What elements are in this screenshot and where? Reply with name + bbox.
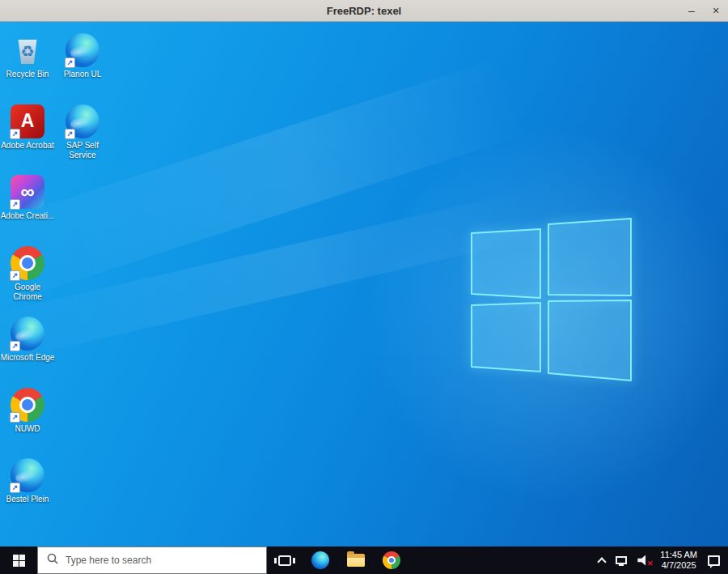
- icon-art: ↗: [11, 104, 44, 138]
- shortcut-arrow-icon: ↗: [10, 270, 20, 281]
- search-icon: [47, 553, 58, 568]
- icon-art: ↗: [11, 175, 44, 209]
- mute-x-icon: ✕: [647, 560, 654, 568]
- desktop-icon-label: Recycle Bin: [0, 70, 55, 79]
- icon-art: [11, 33, 44, 67]
- desktop-icon-label: Adobe Creati...: [0, 211, 55, 221]
- desktop-icon-planon-ul[interactable]: ↗ Planon UL: [55, 33, 110, 79]
- title-bar[interactable]: FreeRDP: texel – ×: [0, 0, 728, 22]
- taskbar-search[interactable]: [37, 546, 267, 574]
- taskbar-chrome-button[interactable]: [374, 546, 409, 574]
- freerdp-window: FreeRDP: texel – × Recycle Bin ↗ Planon …: [0, 0, 728, 574]
- desktop-icon-layer: Recycle Bin ↗ Planon UL ↗ Adobe Acrobat …: [0, 22, 728, 546]
- shortcut-arrow-icon: ↗: [10, 483, 20, 493]
- desktop-icon-microsoft-edge[interactable]: ↗ Microsoft Edge: [0, 317, 55, 363]
- volume-muted-icon[interactable]: ✕: [637, 555, 650, 566]
- task-view-button[interactable]: [267, 546, 303, 574]
- shortcut-arrow-icon: ↗: [10, 199, 20, 210]
- icon-art: ↗: [66, 33, 99, 67]
- taskbar: ✕ 11:45 AM 4/7/2025: [0, 546, 728, 574]
- edge-icon: [311, 551, 329, 569]
- icon-art: ↗: [11, 458, 44, 492]
- desktop-icon-adobe-acrobat[interactable]: ↗ Adobe Acrobat: [0, 104, 55, 151]
- taskbar-edge-button[interactable]: [303, 546, 338, 574]
- minimize-button[interactable]: –: [679, 0, 704, 21]
- icon-art: ↗: [11, 246, 44, 280]
- icon-art: ↗: [11, 317, 44, 351]
- icon-art: ↗: [11, 388, 44, 422]
- desktop-icon-google-chrome[interactable]: ↗ Google Chrome: [0, 246, 55, 302]
- tray-show-hidden-icons-chevron[interactable]: [598, 557, 607, 566]
- desktop-icon-bestel-plein[interactable]: ↗ Bestel Plein: [0, 458, 55, 504]
- network-icon[interactable]: [616, 556, 627, 564]
- start-button[interactable]: [0, 546, 37, 574]
- desktop[interactable]: Recycle Bin ↗ Planon UL ↗ Adobe Acrobat …: [0, 22, 728, 546]
- system-tray: ✕ 11:45 AM 4/7/2025: [599, 546, 728, 574]
- close-button[interactable]: ×: [704, 0, 728, 21]
- desktop-icon-label: Adobe Acrobat: [0, 141, 55, 151]
- icon-art: ↗: [66, 104, 99, 138]
- desktop-icon-nuwd[interactable]: ↗ NUWD: [0, 388, 55, 434]
- desktop-icon-label: Microsoft Edge: [0, 353, 55, 363]
- search-input[interactable]: [66, 555, 266, 566]
- task-view-icon: [278, 555, 291, 566]
- tray-time: 11:45 AM: [660, 550, 697, 560]
- desktop-icon-sap-self-service[interactable]: ↗ SAP Self Service: [55, 104, 110, 160]
- desktop-icon-label: Planon UL: [55, 70, 110, 79]
- desktop-icon-label: Bestel Plein: [0, 495, 55, 504]
- action-center-icon[interactable]: [708, 555, 720, 566]
- desktop-icon-label: SAP Self Service: [55, 141, 110, 160]
- desktop-icon-recycle-bin[interactable]: Recycle Bin: [0, 33, 55, 79]
- file-explorer-icon: [347, 554, 365, 567]
- shortcut-arrow-icon: ↗: [65, 57, 75, 68]
- shortcut-arrow-icon: ↗: [10, 341, 20, 351]
- shortcut-arrow-icon: ↗: [10, 129, 20, 139]
- desktop-icon-label: Google Chrome: [0, 283, 55, 302]
- window-title: FreeRDP: texel: [0, 5, 728, 17]
- tray-clock[interactable]: 11:45 AM 4/7/2025: [660, 550, 697, 571]
- shortcut-arrow-icon: ↗: [10, 412, 20, 423]
- desktop-icon-adobe-creative-cloud[interactable]: ↗ Adobe Creati...: [0, 175, 55, 221]
- desktop-icon-label: NUWD: [0, 424, 55, 434]
- taskbar-file-explorer-button[interactable]: [338, 546, 374, 574]
- shortcut-arrow-icon: ↗: [65, 129, 75, 139]
- tray-date: 4/7/2025: [660, 560, 697, 571]
- windows-start-icon: [13, 555, 25, 567]
- chrome-icon: [383, 551, 400, 569]
- window-controls: – ×: [679, 0, 728, 21]
